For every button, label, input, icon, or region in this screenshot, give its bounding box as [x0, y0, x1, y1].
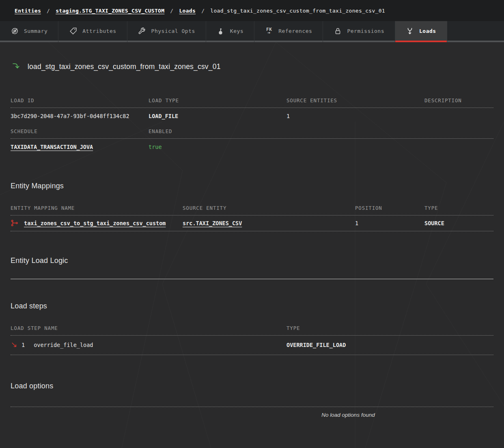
- enabled-header: ENABLED: [149, 128, 286, 134]
- load-steps-heading: Load steps: [11, 302, 493, 310]
- position-header: POSITION: [355, 205, 424, 211]
- load-step-index: 1: [22, 342, 25, 348]
- active-tab-underline: [395, 41, 447, 42]
- foreign-key-icon: FK →: [265, 27, 273, 35]
- key-icon: [217, 27, 225, 35]
- wrench-icon: [138, 27, 146, 35]
- mapping-type-value: SOURCE: [424, 220, 493, 226]
- mapping-position-value: 1: [355, 220, 424, 226]
- source-entity-header: SOURCE ENTITY: [183, 205, 355, 211]
- tab-label: Permissions: [347, 28, 384, 34]
- load-steps-header-row: LOAD STEP NAME TYPE: [11, 325, 493, 336]
- tab-label: Attributes: [82, 28, 116, 34]
- tab-summary[interactable]: Summary: [0, 21, 58, 42]
- load-options-empty-message: No load options found: [107, 412, 504, 418]
- mapping-fork-icon: [11, 219, 18, 227]
- load-id-value: 3bc7d290-2048-47a7-93bf-0d48ff134c82: [11, 113, 149, 119]
- tab-references[interactable]: FK → References: [254, 21, 323, 42]
- load-type-header: LOAD TYPE: [149, 97, 286, 103]
- entity-mappings-header-row: ENTITY MAPPING NAME SOURCE ENTITY POSITI…: [11, 205, 493, 215]
- load-step-name-value: override_file_load: [34, 342, 93, 348]
- tab-label: Physical Opts: [151, 28, 195, 34]
- tab-physical-opts[interactable]: Physical Opts: [127, 21, 206, 42]
- load-details-header-row: LOAD ID LOAD TYPE SOURCE ENTITIES DESCRI…: [11, 97, 493, 108]
- source-entities-header: SOURCE ENTITIES: [286, 97, 424, 103]
- tab-permissions[interactable]: Permissions: [323, 21, 395, 42]
- entity-mappings-heading: Entity Mappings: [11, 182, 493, 190]
- breadcrumb-loads[interactable]: Loads: [179, 8, 196, 14]
- breadcrumb-entities[interactable]: Entities: [15, 8, 41, 14]
- enabled-value: true: [149, 144, 286, 150]
- load-step-name-header: LOAD STEP NAME: [11, 325, 286, 331]
- load-step-type-header: TYPE: [286, 325, 493, 331]
- entity-mapping-name-link[interactable]: taxi_zones_csv_to_stg_taxi_zones_csv_cus…: [24, 220, 168, 226]
- breadcrumb-separator: /: [170, 8, 173, 14]
- schedule-link[interactable]: TAXIDATA_TRANSACTION_JOVA: [11, 144, 93, 150]
- tab-label: References: [278, 28, 312, 34]
- tab-loads[interactable]: Loads: [395, 21, 447, 42]
- tab-keys[interactable]: Keys: [206, 21, 254, 42]
- tab-label: Keys: [230, 28, 243, 34]
- entity-mapping-name-header: ENTITY MAPPING NAME: [11, 205, 183, 211]
- breadcrumb-current-load: load_stg_taxi_zones_csv_custom_from_taxi…: [210, 8, 385, 14]
- tab-label: Summary: [24, 28, 47, 34]
- breadcrumb-entity[interactable]: staging.STG_TAXI_ZONES_CSV_CUSTOM: [56, 8, 164, 14]
- load-details-value-row: 3bc7d290-2048-47a7-93bf-0d48ff134c82 LOA…: [11, 108, 493, 126]
- load-title-icon: [11, 61, 21, 72]
- load-arrow-icon: [406, 27, 414, 35]
- load-step-type-value: OVERRIDE_FILE_LOAD: [286, 342, 493, 348]
- load-id-header: LOAD ID: [11, 97, 149, 103]
- source-entities-value: 1: [286, 113, 424, 119]
- lock-icon: [334, 27, 342, 35]
- load-options-divider: [11, 407, 493, 407]
- tag-icon: [69, 27, 77, 35]
- summary-icon: [11, 27, 19, 35]
- entity-load-logic-heading: Entity Load Logic: [11, 256, 493, 265]
- load-options-heading: Load options: [11, 382, 493, 390]
- breadcrumb-separator: /: [201, 8, 205, 14]
- schedule-value-row: TAXIDATA_TRANSACTION_JOVA true: [11, 139, 493, 157]
- entity-mapping-row: taxi_zones_csv_to_stg_taxi_zones_csv_cus…: [11, 215, 493, 231]
- entity-load-logic-divider: [11, 279, 493, 279]
- description-header: DESCRIPTION: [424, 97, 493, 103]
- entity-tab-bar: Summary Attributes Physical Opts: [0, 21, 504, 42]
- tab-attributes[interactable]: Attributes: [58, 21, 127, 42]
- breadcrumb: Entities / staging.STG_TAXI_ZONES_CSV_CU…: [0, 0, 504, 21]
- description-value: [424, 113, 493, 119]
- mapping-type-header: TYPE: [424, 205, 493, 211]
- tab-label: Loads: [419, 28, 436, 34]
- schedule-header-row: SCHEDULE ENABLED: [11, 128, 493, 139]
- load-type-value: LOAD_FILE: [149, 113, 286, 119]
- source-entity-link[interactable]: src.TAXI_ZONES_CSV: [183, 220, 242, 226]
- step-arrow-icon: [11, 341, 17, 348]
- load-step-row: 1 override_file_load OVERRIDE_FILE_LOAD: [11, 336, 493, 355]
- breadcrumb-separator: /: [47, 8, 50, 14]
- schedule-header: SCHEDULE: [11, 128, 149, 134]
- page-title: load_stg_taxi_zones_csv_custom_from_taxi…: [28, 62, 221, 71]
